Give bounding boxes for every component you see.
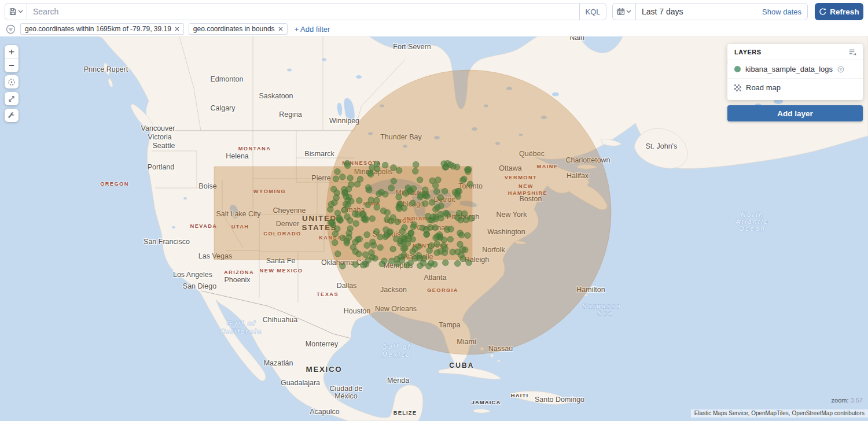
data-point[interactable] <box>428 260 435 266</box>
data-point[interactable] <box>374 204 380 211</box>
set-view-button[interactable] <box>5 75 19 88</box>
data-point[interactable] <box>415 252 422 258</box>
data-point[interactable] <box>434 241 440 248</box>
data-point[interactable] <box>404 262 410 268</box>
data-point[interactable] <box>396 194 402 200</box>
data-point[interactable] <box>352 249 359 255</box>
data-point[interactable] <box>365 202 371 208</box>
data-point[interactable] <box>333 195 340 201</box>
data-point[interactable] <box>459 178 466 184</box>
data-point[interactable] <box>454 260 461 267</box>
distance-filter-circle[interactable] <box>326 70 611 354</box>
filter-pill-geo-bounds[interactable]: geo.coordinates in bounds <box>189 23 288 35</box>
data-point[interactable] <box>333 176 339 182</box>
data-point[interactable] <box>378 189 385 195</box>
data-point[interactable] <box>353 220 359 227</box>
data-point[interactable] <box>465 232 471 239</box>
data-point[interactable] <box>374 161 380 167</box>
data-point[interactable] <box>382 162 388 168</box>
data-point[interactable] <box>434 250 440 256</box>
data-point[interactable] <box>440 243 447 249</box>
data-point[interactable] <box>464 167 470 173</box>
data-point[interactable] <box>356 197 363 204</box>
data-point[interactable] <box>455 215 461 221</box>
data-point[interactable] <box>428 243 435 249</box>
data-point[interactable] <box>460 256 466 262</box>
data-point[interactable] <box>352 239 359 245</box>
data-point[interactable] <box>381 258 388 264</box>
data-point[interactable] <box>442 250 448 256</box>
calendar-menu-button[interactable] <box>613 3 636 20</box>
data-point[interactable] <box>443 260 449 266</box>
data-point[interactable] <box>458 232 465 238</box>
data-point[interactable] <box>344 240 350 246</box>
data-point[interactable] <box>467 181 473 187</box>
data-point[interactable] <box>363 217 369 223</box>
saved-query-menu-button[interactable] <box>5 3 27 20</box>
filter-menu-icon[interactable] <box>6 24 16 34</box>
data-point[interactable] <box>405 185 411 191</box>
show-dates-link[interactable]: Show dates <box>762 8 807 16</box>
tools-button[interactable] <box>5 109 19 122</box>
data-point[interactable] <box>429 200 435 206</box>
search-input[interactable] <box>27 3 579 20</box>
filter-pill-geo-distance[interactable]: geo.coordinates within 1695km of -79.79,… <box>20 23 184 35</box>
data-point[interactable] <box>454 191 460 197</box>
data-point[interactable] <box>369 216 376 222</box>
data-point[interactable] <box>443 210 449 216</box>
data-point[interactable] <box>437 211 444 217</box>
data-point[interactable] <box>362 252 369 258</box>
data-point[interactable] <box>367 171 374 178</box>
data-point[interactable] <box>432 182 439 189</box>
data-point[interactable] <box>442 188 448 194</box>
data-point[interactable] <box>441 237 447 243</box>
data-point[interactable] <box>380 208 387 214</box>
data-point[interactable] <box>345 202 351 208</box>
data-point[interactable] <box>396 206 403 212</box>
data-point[interactable] <box>413 168 419 175</box>
data-point[interactable] <box>334 226 341 232</box>
data-point[interactable] <box>410 224 417 230</box>
data-point[interactable] <box>422 201 429 207</box>
data-point[interactable] <box>448 226 454 232</box>
refresh-button[interactable]: Refresh <box>815 3 863 20</box>
close-icon[interactable] <box>175 27 179 31</box>
data-point[interactable] <box>340 174 346 180</box>
data-point[interactable] <box>466 260 472 266</box>
data-point[interactable] <box>388 185 395 191</box>
add-layer-button[interactable]: Add layer <box>727 105 863 121</box>
data-point[interactable] <box>340 263 346 269</box>
data-point[interactable] <box>437 194 444 201</box>
data-point[interactable] <box>373 228 380 235</box>
data-point[interactable] <box>364 232 370 238</box>
data-point[interactable] <box>366 187 373 193</box>
data-point[interactable] <box>384 216 391 223</box>
data-point[interactable] <box>423 227 429 233</box>
data-point[interactable] <box>369 254 376 261</box>
layer-row-basemap[interactable]: Road map <box>727 78 863 97</box>
data-point[interactable] <box>391 165 397 171</box>
data-point[interactable] <box>399 228 406 235</box>
data-point[interactable] <box>347 175 354 181</box>
data-point[interactable] <box>457 241 464 248</box>
data-point[interactable] <box>468 215 475 221</box>
data-point[interactable] <box>352 211 359 217</box>
data-point[interactable] <box>332 239 338 246</box>
add-filter-link[interactable]: + Add filter <box>295 25 330 34</box>
data-point[interactable] <box>343 194 350 200</box>
data-point[interactable] <box>396 167 402 173</box>
data-point[interactable] <box>334 169 341 175</box>
measure-button[interactable] <box>5 92 19 105</box>
data-point[interactable] <box>346 230 352 237</box>
data-point[interactable] <box>433 235 439 241</box>
data-point[interactable] <box>341 186 348 193</box>
data-point[interactable] <box>447 162 454 168</box>
data-point[interactable] <box>341 207 348 213</box>
data-point[interactable] <box>328 201 334 208</box>
data-point[interactable] <box>334 210 341 216</box>
data-point[interactable] <box>374 197 380 204</box>
data-point[interactable] <box>360 262 366 268</box>
data-point[interactable] <box>387 228 393 235</box>
data-point[interactable] <box>450 249 456 256</box>
data-point[interactable] <box>348 182 354 188</box>
